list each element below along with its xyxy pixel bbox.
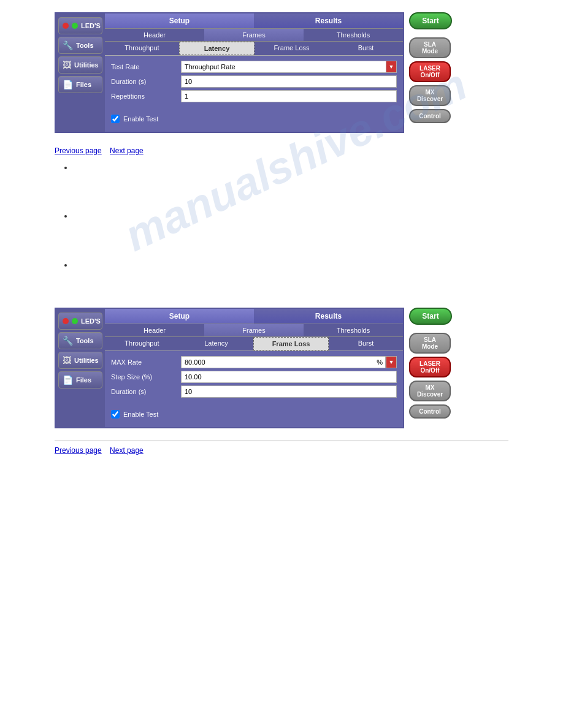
main-content-2: Setup Results Header Frames Thresholds T… [105,309,403,427]
field-label-duration: Duration (s) [111,78,178,85]
enable-test-label-1: Enable Test [123,115,158,123]
tab-burst-2[interactable]: Burst [329,337,403,351]
sidebar-item-tools[interactable]: 🔧 Tools [58,37,102,54]
sidebar-files-label: Files [76,81,91,88]
tab-row-sub-1: Throughput Latency Frame Loss Burst [105,42,403,56]
enable-test-checkbox-2[interactable] [111,410,120,419]
field-duration-input-2[interactable] [181,385,397,398]
mx-discover-button-1[interactable]: MX Discover [409,85,451,106]
tab-throughput-2[interactable]: Throughput [105,337,179,351]
sidebar-item-files[interactable]: 📄 Files [58,76,102,93]
tab-header-2[interactable]: Header [105,324,204,336]
tab-latency-2[interactable]: Latency [179,337,253,351]
tab-setup-1[interactable]: Setup [105,13,254,28]
enable-test-row-2: Enable Test [111,406,397,422]
tab-latency-1[interactable]: Latency [179,42,255,55]
tab-row-sub-2: Throughput Latency Frame Loss Burst [105,337,403,351]
mx-discover-button-2[interactable]: MX Discover [409,381,451,401]
sidebar-utilities-label-2: Utilities [74,357,99,364]
tab-results-2[interactable]: Results [254,309,403,324]
main-content-1: Setup Results Header Frames Thresholds T… [105,13,403,132]
tab-frames-1[interactable]: Frames [204,29,304,41]
prev-link-1[interactable]: Previous page [55,146,102,155]
enable-test-row-1: Enable Test [111,111,397,127]
sidebar-leds-label: LED'S [81,22,101,29]
prev-link-2[interactable]: Previous page [55,446,102,455]
sidebar-2: LED'S 🔧 Tools 🖼 Utilities 📄 Files [56,309,105,427]
tab-row-mid-1: Header Frames Thresholds [105,28,403,42]
bullet-item-2 [73,210,508,222]
tab-row-top-1: Setup Results [105,13,403,28]
files-icon-2: 📄 [63,375,73,385]
right-buttons-1: Start SLA Mode LASER On/Off MX Discover … [409,12,452,123]
tab-frameloss-2[interactable]: Frame Loss [253,337,329,351]
tab-thresholds-1[interactable]: Thresholds [304,29,403,41]
enable-test-checkbox-1[interactable] [111,115,120,123]
files-icon: 📄 [63,80,73,89]
field-row-testrate: Test Rate ▼ [111,61,397,73]
bullet-list [73,162,508,271]
tab-header-1[interactable]: Header [105,29,204,41]
field-row-duration-2: Duration (s) [111,385,397,398]
tab-results-1[interactable]: Results [254,13,403,28]
tab-frameloss-1[interactable]: Frame Loss [255,42,329,55]
field-maxrate-input[interactable] [181,356,374,368]
field-row-stepsize: Step Size (%) [111,371,397,383]
utilities-icon-2: 🖼 [63,355,71,365]
bullet-item-3 [73,259,508,271]
field-row-repetitions: Repetitions [111,90,397,102]
ui-panel-1: LED'S 🔧 Tools 🖼 Utilities 📄 Files [55,12,404,133]
sidebar-utilities-label: Utilities [74,61,99,69]
next-link-1[interactable]: Next page [110,146,144,155]
sla-mode-button-1[interactable]: SLA Mode [409,37,451,58]
tab-thresholds-2[interactable]: Thresholds [304,324,403,336]
tab-burst-1[interactable]: Burst [329,42,403,55]
next-link-2[interactable]: Next page [110,446,144,455]
enable-test-label-2: Enable Test [123,411,158,418]
start-button-2[interactable]: Start [409,308,452,325]
field-testrate-input-wrapper: ▼ [181,61,397,73]
field-label-duration-2: Duration (s) [111,388,178,395]
dot-green-icon-2 [72,318,78,324]
field-label-stepsize: Step Size (%) [111,373,178,381]
text-between-panels: Previous page Next page [55,145,508,271]
laser-onoff-button-2[interactable]: LASER On/Off [409,357,451,377]
sidebar-tools-label-2: Tools [76,337,94,344]
sidebar-item-utilities-2[interactable]: 🖼 Utilities [58,352,102,369]
sidebar-item-leds-2[interactable]: LED'S [58,313,102,330]
start-button-1[interactable]: Start [409,12,452,29]
control-button-1[interactable]: Control [409,109,451,123]
fields-area-1: Test Rate ▼ Duration (s) Repetitions [105,56,403,132]
dot-red-icon-2 [63,318,69,324]
field-label-maxrate: MAX Rate [111,358,178,366]
field-stepsize-input[interactable] [181,371,397,383]
text-below-panel-2: Previous page Next page [55,441,508,457]
tab-setup-2[interactable]: Setup [105,309,254,324]
divider-line [55,441,508,441]
field-duration-input[interactable] [181,75,397,88]
maxrate-dropdown-arrow[interactable]: ▼ [386,356,397,368]
testrate-dropdown-arrow[interactable]: ▼ [386,61,397,73]
tab-throughput-1[interactable]: Throughput [105,42,179,55]
tab-row-top-2: Setup Results [105,309,403,324]
laser-onoff-button-1[interactable]: LASER On/Off [409,61,451,82]
panel-2-wrapper: LED'S 🔧 Tools 🖼 Utilities 📄 Files Setup … [55,308,508,428]
field-testrate-input[interactable] [181,61,386,73]
fields-area-2: MAX Rate % ▼ Step Size (%) Duration (s) [105,351,403,427]
tab-frames-2[interactable]: Frames [204,324,304,336]
bullet-item-1 [73,162,508,173]
control-button-2[interactable]: Control [409,404,451,419]
sidebar-1: LED'S 🔧 Tools 🖼 Utilities 📄 Files [56,13,105,132]
sidebar-item-files-2[interactable]: 📄 Files [58,371,102,389]
sidebar-item-utilities[interactable]: 🖼 Utilities [58,56,102,74]
percent-label: % [374,356,386,368]
tab-row-mid-2: Header Frames Thresholds [105,324,403,337]
tools-icon: 🔧 [63,40,73,50]
sidebar-leds-label-2: LED'S [81,317,101,325]
field-maxrate-input-wrapper: % ▼ [181,356,397,368]
utilities-icon: 🖼 [63,60,71,70]
field-repetitions-input[interactable] [181,90,397,102]
sidebar-item-tools-2[interactable]: 🔧 Tools [58,332,102,349]
sla-mode-button-2[interactable]: SLA Mode [409,333,451,354]
sidebar-item-leds[interactable]: LED'S [58,17,102,34]
